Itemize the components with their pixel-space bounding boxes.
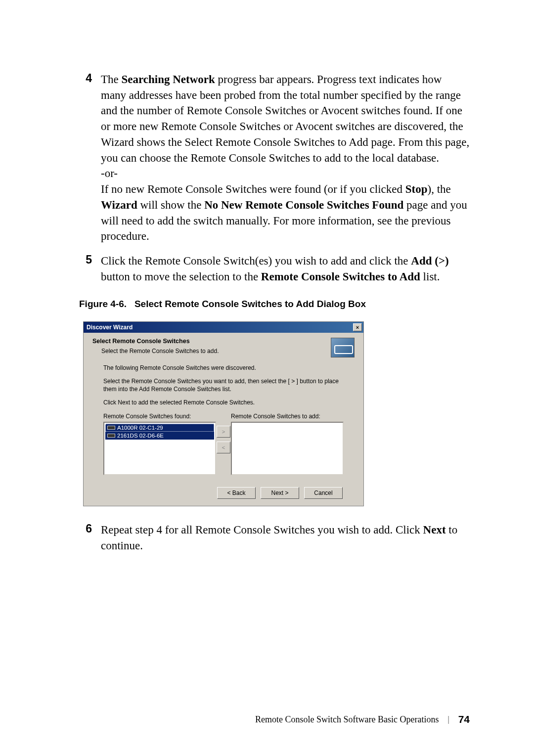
footer-title: Remote Console Switch Software Basic Ope… <box>255 714 439 725</box>
figure-caption: Figure 4-6. Select Remote Console Switch… <box>79 299 470 310</box>
text: The <box>101 73 122 86</box>
discover-wizard-dialog: Discover Wizard × Select Remote Console … <box>83 321 364 506</box>
figure-label: Figure 4-6. <box>79 299 127 309</box>
found-label: Remote Console Switches found: <box>103 413 216 420</box>
device-icon <box>107 434 115 438</box>
add-listbox[interactable] <box>231 422 344 475</box>
found-listbox[interactable]: A1000R 02-C1-29 2161DS 02-D6-6E <box>103 422 216 475</box>
bold-text: Stop <box>405 183 428 195</box>
list-item[interactable]: A1000R 02-C1-29 <box>105 424 214 432</box>
dialog-header-title: Select Remote Console Switches <box>92 338 327 345</box>
transfer-buttons: > < <box>216 426 231 453</box>
add-column: Remote Console Switches to add: <box>231 413 344 475</box>
bold-text: No New Remote Console Switches Found <box>204 199 403 211</box>
switch-icon <box>331 338 355 357</box>
bold-text: Add (>) <box>411 255 448 267</box>
page-content: 4 The Searching Network progress bar app… <box>0 0 534 592</box>
step-number: 4 <box>79 72 101 244</box>
or-text: -or- <box>101 167 118 179</box>
dialog-paragraph: The following Remote Console Switches we… <box>103 364 344 372</box>
step-body: Click the Remote Console Switch(es) you … <box>101 253 470 284</box>
text: will show the <box>137 199 204 211</box>
add-arrow-button[interactable]: > <box>217 426 230 438</box>
found-column: Remote Console Switches found: A1000R 02… <box>103 413 216 475</box>
bold-text: Remote Console Switches to Add <box>261 270 420 283</box>
text: ), the <box>427 183 450 195</box>
dialog-inner: Select Remote Console Switches Select th… <box>84 333 363 506</box>
dialog-header-row: Select Remote Console Switches Select th… <box>92 338 355 358</box>
cancel-button[interactable]: Cancel <box>304 487 343 499</box>
bold-text: Searching Network <box>122 73 215 86</box>
dialog-paragraph: Select the Remote Console Switches you w… <box>103 378 344 393</box>
close-button[interactable]: × <box>353 323 362 331</box>
figure-title: Select Remote Console Switches to Add Di… <box>134 299 366 309</box>
dialog-body: The following Remote Console Switches we… <box>103 364 344 499</box>
dialog-header-subtitle: Select the Remote Console Switches to ad… <box>101 348 327 355</box>
text: list. <box>420 270 440 283</box>
page-footer: Remote Console Switch Software Basic Ope… <box>255 713 470 725</box>
add-label: Remote Console Switches to add: <box>231 413 344 420</box>
step-4: 4 The Searching Network progress bar app… <box>79 72 470 244</box>
list-item[interactable]: 2161DS 02-D6-6E <box>105 432 214 440</box>
item-label: A1000R 02-C1-29 <box>117 425 163 431</box>
text: Click the Remote Console Switch(es) you … <box>101 255 411 267</box>
next-button[interactable]: Next > <box>261 487 299 499</box>
dialog-titlebar: Discover Wizard × <box>84 322 363 333</box>
step-body: Repeat step 4 for all Remote Console Swi… <box>101 522 470 553</box>
step-5: 5 Click the Remote Console Switch(es) yo… <box>79 253 470 284</box>
text: Repeat step 4 for all Remote Console Swi… <box>101 524 423 536</box>
step-number: 6 <box>79 522 101 553</box>
item-label: 2161DS 02-D6-6E <box>117 433 164 439</box>
back-button[interactable]: < Back <box>217 487 256 499</box>
dialog-header-text: Select Remote Console Switches Select th… <box>92 338 327 358</box>
text: progress bar appears. Progress text indi… <box>101 73 469 164</box>
step-number: 5 <box>79 253 101 284</box>
lists-row: Remote Console Switches found: A1000R 02… <box>103 413 344 475</box>
remove-arrow-button[interactable]: < <box>217 442 230 453</box>
bold-text: Next <box>423 524 446 536</box>
dialog-paragraph: Click Next to add the selected Remote Co… <box>103 399 344 407</box>
dialog-footer: < Back Next > Cancel <box>103 487 344 499</box>
text: button to move the selection to the <box>101 270 261 283</box>
footer-separator: | <box>447 715 449 724</box>
page-number: 74 <box>458 713 470 725</box>
bold-text: Wizard <box>101 199 137 211</box>
step-body: The Searching Network progress bar appea… <box>101 72 470 244</box>
device-icon <box>107 426 115 430</box>
text: If no new Remote Console Switches were f… <box>101 183 405 195</box>
step-6: 6 Repeat step 4 for all Remote Console S… <box>79 522 470 553</box>
dialog-title: Discover Wizard <box>87 324 133 331</box>
